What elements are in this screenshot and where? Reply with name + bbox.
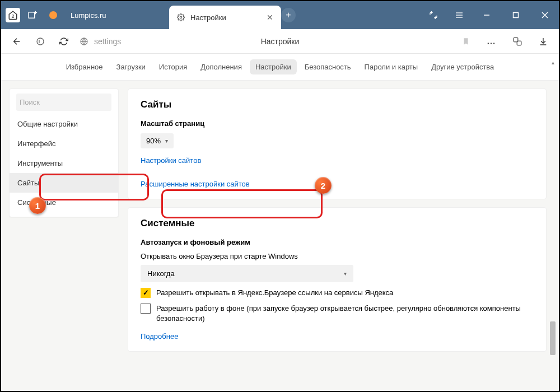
- active-tab-label: Настройки: [190, 13, 261, 22]
- sidebar-item-interface[interactable]: Интерфейс: [10, 134, 118, 153]
- navtab-devices[interactable]: Другие устройства: [426, 59, 500, 74]
- checkbox-background-row[interactable]: Разрешить работу в фоне (при запуске бра…: [141, 304, 534, 324]
- more-button[interactable]: …: [484, 34, 500, 49]
- maximize-button[interactable]: [506, 7, 525, 24]
- navtab-downloads[interactable]: Загрузки: [111, 59, 151, 74]
- new-tab-button[interactable]: +: [281, 8, 296, 22]
- more-link[interactable]: Подробнее: [141, 332, 178, 340]
- open-on-start-select[interactable]: Никогда: [141, 265, 353, 282]
- svg-rect-6: [514, 13, 519, 18]
- back-button[interactable]: [9, 34, 25, 49]
- checkbox-yandex-links[interactable]: [141, 288, 151, 298]
- extensions-icon[interactable]: [510, 34, 525, 49]
- address-text: settings: [94, 37, 121, 46]
- scroll-up-icon[interactable]: ▴: [549, 58, 557, 66]
- autorun-label: Автозапуск и фоновый режим: [141, 238, 534, 246]
- close-tab-icon[interactable]: ✕: [267, 13, 273, 22]
- svg-point-9: [37, 38, 44, 45]
- sidebar-item-system[interactable]: Системные: [10, 193, 118, 212]
- titlebar: 2 Lumpics.ru Настройки ✕ +: [1, 1, 559, 29]
- system-heading: Системные: [141, 218, 534, 229]
- content: Сайты Масштаб страниц 90% Настройки сайт…: [119, 81, 559, 392]
- open-on-start-label: Открывать окно Браузера при старте Windo…: [141, 252, 534, 260]
- scale-value: 90%: [146, 137, 161, 145]
- settings-nav: Избранное Загрузки История Дополнения На…: [1, 54, 559, 81]
- checkbox-background[interactable]: [141, 304, 151, 314]
- favicon-dot-icon: [49, 11, 57, 19]
- navtab-passwords[interactable]: Пароли и карты: [359, 59, 424, 74]
- home-badge-number: 2: [11, 13, 14, 19]
- downloads-icon[interactable]: [535, 34, 551, 49]
- globe-icon: [80, 37, 88, 46]
- sync-icon[interactable]: [426, 7, 441, 23]
- home-icon[interactable]: 2: [6, 8, 20, 22]
- sidebar-item-general[interactable]: Общие настройки: [10, 114, 118, 134]
- sidebar: Поиск Общие настройки Интерфейс Инструме…: [1, 81, 119, 392]
- reload-button[interactable]: [56, 34, 72, 49]
- page-title: Настройки: [261, 37, 300, 46]
- navtab-settings[interactable]: Настройки: [250, 59, 297, 74]
- titlebar-right: [426, 7, 554, 24]
- navtab-addons[interactable]: Дополнения: [195, 59, 248, 74]
- address-bar[interactable]: settings: [80, 37, 121, 46]
- navtab-favorites[interactable]: Избранное: [60, 59, 109, 74]
- bookmark-icon[interactable]: [458, 34, 474, 49]
- sidebar-card: Поиск Общие настройки Интерфейс Инструме…: [9, 88, 119, 217]
- background-tab-title[interactable]: Lumpics.ru: [71, 11, 106, 20]
- system-card: Системные Автозапуск и фоновый режим Отк…: [128, 207, 547, 352]
- scale-select[interactable]: 90%: [141, 133, 174, 148]
- checkbox-background-label: Разрешить работу в фоне (при запуске бра…: [156, 304, 534, 324]
- navtab-history[interactable]: История: [153, 59, 193, 74]
- checkbox-yandex-links-row[interactable]: Разрешить открывать в Яндекс.Браузере сс…: [141, 288, 534, 298]
- search-input[interactable]: Поиск: [16, 94, 111, 111]
- menu-icon[interactable]: [451, 7, 467, 23]
- tab-settings[interactable]: Настройки ✕: [169, 6, 281, 29]
- sidebar-item-tools[interactable]: Инструменты: [10, 153, 118, 173]
- main-area: Поиск Общие настройки Интерфейс Инструме…: [1, 81, 559, 392]
- close-window-button[interactable]: [535, 7, 554, 24]
- toolbar: settings Настройки …: [1, 29, 559, 54]
- navtab-security[interactable]: Безопасность: [299, 59, 357, 74]
- titlebar-left: 2 Lumpics.ru: [6, 7, 106, 23]
- minimize-button[interactable]: [477, 7, 496, 24]
- new-window-icon[interactable]: [25, 7, 40, 23]
- shield-icon[interactable]: [32, 34, 48, 49]
- sidebar-item-sites[interactable]: Сайты: [10, 173, 118, 193]
- site-settings-link[interactable]: Настройки сайтов: [141, 156, 201, 165]
- scroll-thumb[interactable]: [550, 321, 556, 355]
- sites-card: Сайты Масштаб страниц 90% Настройки сайт…: [128, 88, 547, 199]
- toolbar-right: …: [458, 34, 551, 49]
- sites-heading: Сайты: [141, 99, 534, 110]
- scale-label: Масштаб страниц: [141, 119, 534, 128]
- advanced-site-settings-link[interactable]: Расширенные настройки сайтов: [141, 180, 250, 188]
- svg-rect-0: [29, 12, 35, 18]
- scrollbar[interactable]: ▴: [549, 58, 557, 388]
- checkbox-yandex-links-label: Разрешить открывать в Яндекс.Браузере сс…: [156, 288, 393, 298]
- svg-point-1: [180, 16, 182, 18]
- gear-icon: [177, 13, 185, 21]
- open-on-start-value: Никогда: [147, 269, 175, 278]
